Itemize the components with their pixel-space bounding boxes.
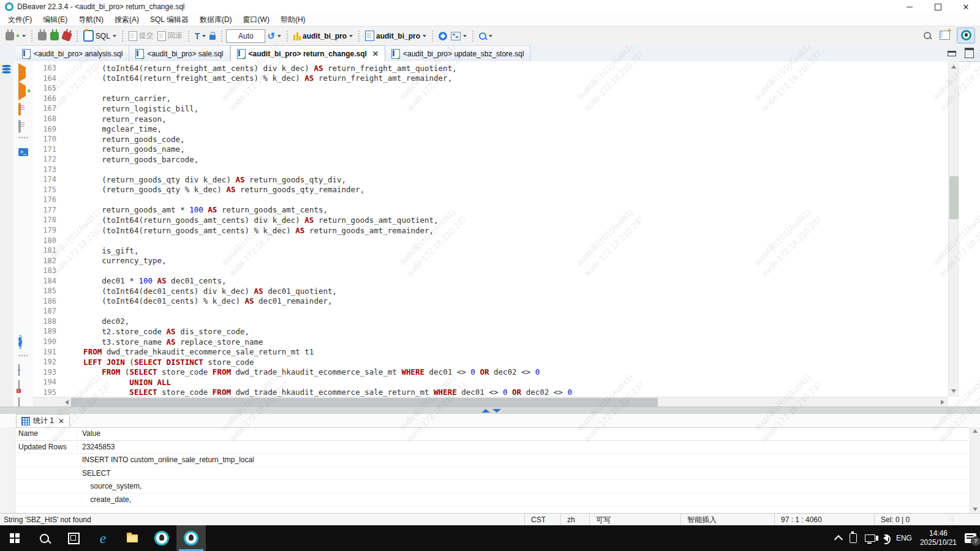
maximize-button[interactable] bbox=[924, 0, 952, 13]
scroll-left-icon[interactable] bbox=[65, 400, 69, 405]
scroll-down-icon[interactable] bbox=[973, 508, 978, 511]
chevron-down-icon[interactable] bbox=[22, 35, 26, 37]
connect-button[interactable] bbox=[36, 31, 48, 42]
explain-plan-button[interactable] bbox=[18, 121, 21, 132]
clock[interactable]: 14:46 2025/10/21 bbox=[920, 529, 957, 547]
commit-mode-combo[interactable]: Auto bbox=[226, 29, 265, 43]
close-button[interactable]: ✕ bbox=[952, 0, 980, 13]
editor-tab-0[interactable]: <audit_bi_pro> analysis.sql bbox=[16, 45, 129, 61]
chevron-down-icon[interactable] bbox=[489, 35, 492, 37]
show-problems-button[interactable] bbox=[18, 381, 20, 392]
editor-tab-2[interactable]: <audit_bi_pro> return_change.sql✕ bbox=[230, 45, 385, 61]
tab-statistics[interactable]: 统计 1 ✕ bbox=[16, 414, 70, 427]
editor-vertical-scrollbar[interactable] bbox=[948, 61, 959, 397]
database-navigator-icon[interactable] bbox=[2, 65, 11, 73]
code-text: return_goods_code, bbox=[65, 135, 185, 144]
network-icon[interactable] bbox=[865, 534, 875, 542]
editor-horizontal-scrollbar[interactable] bbox=[33, 397, 948, 407]
new-sql-editor-button[interactable]: SQL bbox=[81, 29, 118, 43]
dbeaver-taskbar-button-active[interactable] bbox=[176, 525, 206, 551]
scroll-up-icon[interactable] bbox=[951, 65, 956, 69]
statistics-table[interactable]: Name Value Updated Rows23245853INSERT IN… bbox=[15, 427, 968, 506]
chevron-down-icon[interactable] bbox=[113, 35, 116, 37]
results-vertical-scrollbar[interactable] bbox=[970, 427, 980, 513]
task-view-button[interactable] bbox=[59, 525, 88, 551]
export-result-button[interactable] bbox=[18, 365, 20, 376]
scroll-down-icon[interactable] bbox=[951, 389, 956, 393]
scroll-up-icon[interactable] bbox=[973, 429, 978, 433]
minimize-view-icon[interactable] bbox=[948, 51, 956, 56]
table-row-2[interactable]: SELECT bbox=[15, 467, 968, 481]
sash-up-icon[interactable] bbox=[481, 409, 490, 413]
chevron-down-icon[interactable] bbox=[277, 35, 281, 37]
sash-down-icon[interactable] bbox=[492, 409, 501, 413]
table-row-3[interactable]: source_system, bbox=[15, 480, 968, 493]
execute-script-button[interactable] bbox=[18, 104, 21, 115]
close-icon[interactable]: ✕ bbox=[372, 50, 379, 58]
minimize-button[interactable] bbox=[895, 0, 924, 13]
er-diagram-button[interactable] bbox=[449, 31, 469, 42]
new-connection-button[interactable]: + bbox=[4, 31, 28, 42]
sql-editor[interactable]: 163 (toInt64(return_freight_amt_cents) d… bbox=[33, 61, 948, 399]
menu-item-5[interactable]: 数据库(D) bbox=[194, 13, 238, 26]
open-perspective-button[interactable] bbox=[938, 29, 952, 41]
table-row-0[interactable]: Updated Rows23245853 bbox=[15, 441, 968, 454]
settings-button[interactable] bbox=[18, 337, 22, 348]
notification-center-icon[interactable]: 7 bbox=[965, 533, 976, 543]
chevron-down-icon[interactable] bbox=[349, 35, 353, 37]
menu-item-3[interactable]: 搜索(A) bbox=[109, 13, 145, 26]
internet-explorer-button[interactable]: e bbox=[88, 525, 118, 551]
menu-item-2[interactable]: 导航(N) bbox=[73, 13, 109, 26]
close-icon[interactable]: ✕ bbox=[58, 417, 64, 425]
rollback-icon bbox=[157, 31, 166, 41]
dbeaver-perspective-button[interactable] bbox=[957, 28, 975, 43]
line-number: 185 bbox=[33, 287, 65, 295]
search-button[interactable] bbox=[477, 31, 494, 41]
reconnect-button[interactable] bbox=[48, 31, 61, 42]
scroll-right-icon[interactable] bbox=[941, 400, 944, 405]
table-row-4[interactable]: create_date, bbox=[15, 493, 968, 507]
lock-button[interactable] bbox=[208, 31, 217, 41]
code-text: mgclear_time, bbox=[65, 124, 162, 133]
execute-sql-new-tab-button[interactable] bbox=[18, 86, 26, 97]
editor-tab-3[interactable]: <audit_bi_pro> update_sbz_store.sql bbox=[385, 45, 530, 61]
scrollbar-thumb[interactable] bbox=[71, 398, 658, 407]
scrollbar-thumb[interactable] bbox=[949, 176, 959, 219]
menu-item-0[interactable]: 文件(F) bbox=[2, 13, 37, 26]
language-indicator[interactable]: ENG bbox=[896, 534, 912, 542]
transaction-mode-button[interactable]: T bbox=[193, 31, 208, 42]
menu-item-1[interactable]: 编辑(E) bbox=[37, 13, 73, 26]
quick-access-search[interactable] bbox=[922, 31, 933, 40]
editor-tab-1[interactable]: <audit_bi_pro> sale.sql bbox=[129, 45, 230, 61]
navigate-button[interactable] bbox=[437, 31, 449, 42]
transaction-log-button[interactable]: ↺ bbox=[265, 30, 283, 42]
commit-button[interactable]: 提交 bbox=[127, 29, 156, 42]
tray-expand-icon[interactable] bbox=[834, 535, 843, 544]
menu-item-4[interactable]: SQL 编辑器 bbox=[145, 13, 194, 26]
open-console-button[interactable]: >_ bbox=[18, 148, 28, 156]
chevron-down-icon[interactable] bbox=[463, 35, 467, 37]
table-row-1[interactable]: INSERT INTO custom_online_sale_return_tm… bbox=[15, 454, 968, 467]
database-selector[interactable]: audit_bi_pro bbox=[363, 29, 428, 42]
menu-item-6[interactable]: 窗口(W) bbox=[238, 13, 275, 26]
file-explorer-button[interactable] bbox=[118, 525, 147, 551]
usb-icon[interactable] bbox=[850, 533, 857, 543]
dbeaver-taskbar-button[interactable] bbox=[147, 525, 176, 551]
taskbar-search-button[interactable] bbox=[29, 525, 59, 551]
menu-item-7[interactable]: 帮助(H) bbox=[275, 13, 311, 26]
connection-selector[interactable]: audit_bi_pro bbox=[292, 31, 355, 42]
disconnect-button[interactable] bbox=[61, 31, 73, 42]
start-button[interactable] bbox=[0, 525, 29, 551]
status-locale: zh bbox=[560, 514, 589, 526]
speaker-icon[interactable] bbox=[883, 534, 888, 542]
status-caret-position[interactable]: 97 : 1 : 4060 bbox=[774, 514, 874, 526]
line-number: 191 bbox=[33, 348, 65, 356]
line-number: 178 bbox=[33, 216, 65, 224]
maximize-view-icon[interactable] bbox=[965, 48, 974, 58]
execute-sql-button[interactable] bbox=[18, 67, 26, 78]
rollback-button[interactable]: 回滚 bbox=[156, 29, 184, 42]
chevron-down-icon[interactable] bbox=[202, 35, 206, 37]
column-header-value[interactable]: Value bbox=[78, 429, 968, 438]
column-header-name[interactable]: Name bbox=[15, 429, 78, 438]
chevron-down-icon[interactable] bbox=[423, 35, 426, 37]
